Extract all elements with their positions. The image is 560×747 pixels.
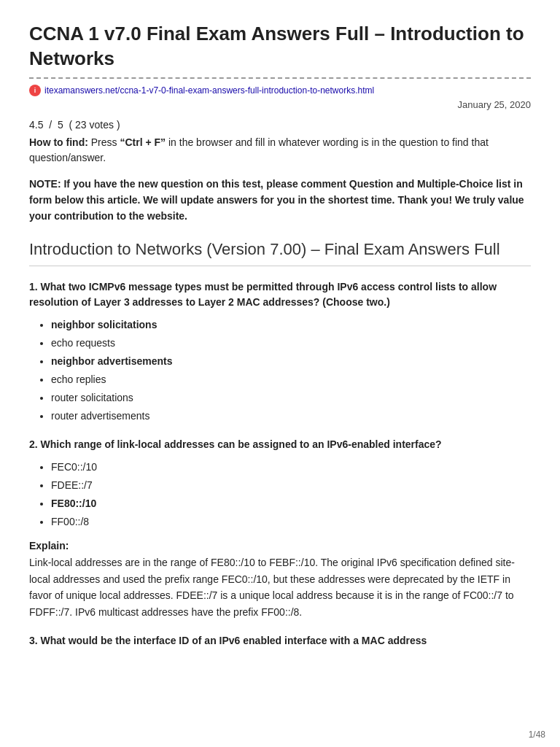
list-item: neighbor solicitations <box>51 317 531 333</box>
list-item: router advertisements <box>51 409 531 424</box>
q2-text: 2. Which range of link-local addresses c… <box>29 438 442 450</box>
page-title: CCNA 1 v7.0 Final Exam Answers Full – In… <box>29 22 531 71</box>
question-2: 2. Which range of link-local addresses c… <box>29 437 531 452</box>
rating: 4.5 / 5 ( 23 votes ) <box>29 119 531 131</box>
source-link: i itexamanswers.net/ccna-1-v7-0-final-ex… <box>29 85 531 96</box>
list-item: FEC0::/10 <box>51 460 531 475</box>
how-to-find-before: Press <box>91 136 120 148</box>
explain-header: Explain: <box>29 540 531 551</box>
q2-answer-list: FEC0::/10 FDEE::/7 FE80::/10 FF00::/8 <box>29 460 531 530</box>
publish-date: January 25, 2020 <box>29 99 531 110</box>
favicon-icon: i <box>29 85 41 96</box>
list-item: FDEE::/7 <box>51 478 531 493</box>
source-url[interactable]: itexamanswers.net/ccna-1-v7-0-final-exam… <box>44 85 374 96</box>
note-box: NOTE: If you have the new question on th… <box>29 176 531 225</box>
rating-score: 4.5 <box>29 119 43 131</box>
how-to-find: How to find: Press “Ctrl + F” in the bro… <box>29 135 531 166</box>
divider <box>29 77 531 79</box>
q1-answer-list: neighbor solicitations echo requests nei… <box>29 317 531 424</box>
q1-text: 1. What two ICMPv6 message types must be… <box>29 281 497 308</box>
question-1: 1. What two ICMPv6 message types must be… <box>29 279 531 310</box>
how-to-find-shortcut: “Ctrl + F” <box>120 136 166 148</box>
how-to-find-label: How to find: <box>29 136 88 148</box>
list-item: FF00::/8 <box>51 514 531 530</box>
list-item: router solicitations <box>51 390 531 406</box>
question-2-section: 2. Which range of link-local addresses c… <box>29 437 531 620</box>
question-3: 3. What would be the interface ID of an … <box>29 633 531 649</box>
rating-votes-label: votes <box>90 119 114 131</box>
list-item: echo requests <box>51 336 531 351</box>
section-title: Introduction to Networks (Version 7.00) … <box>29 239 531 267</box>
q3-text: 3. What would be the interface ID of an … <box>29 635 427 646</box>
rating-votes: 23 <box>75 119 87 131</box>
list-item: FE80::/10 <box>51 496 531 511</box>
list-item: echo replies <box>51 372 531 387</box>
list-item: neighbor advertisements <box>51 354 531 369</box>
rating-total: 5 <box>58 119 63 131</box>
explain-text: Link-local addresses are in the range of… <box>29 554 531 620</box>
